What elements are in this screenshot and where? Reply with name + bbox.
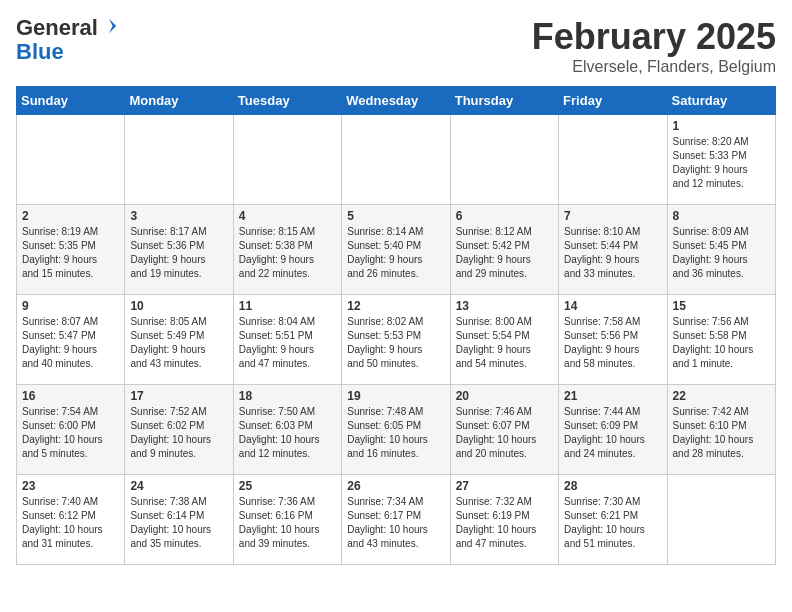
day-number: 18	[239, 389, 336, 403]
calendar-cell	[342, 115, 450, 205]
weekday-header-row: Sunday Monday Tuesday Wednesday Thursday…	[17, 87, 776, 115]
day-number: 8	[673, 209, 770, 223]
day-number: 13	[456, 299, 553, 313]
calendar-cell	[233, 115, 341, 205]
logo-icon	[100, 17, 118, 35]
day-number: 23	[22, 479, 119, 493]
calendar-cell: 18Sunrise: 7:50 AM Sunset: 6:03 PM Dayli…	[233, 385, 341, 475]
day-info: Sunrise: 8:17 AM Sunset: 5:36 PM Dayligh…	[130, 225, 227, 281]
calendar-cell: 3Sunrise: 8:17 AM Sunset: 5:36 PM Daylig…	[125, 205, 233, 295]
calendar-cell	[17, 115, 125, 205]
day-number: 10	[130, 299, 227, 313]
day-number: 20	[456, 389, 553, 403]
header-monday: Monday	[125, 87, 233, 115]
calendar-cell: 4Sunrise: 8:15 AM Sunset: 5:38 PM Daylig…	[233, 205, 341, 295]
day-info: Sunrise: 8:00 AM Sunset: 5:54 PM Dayligh…	[456, 315, 553, 371]
calendar-cell: 26Sunrise: 7:34 AM Sunset: 6:17 PM Dayli…	[342, 475, 450, 565]
day-info: Sunrise: 8:15 AM Sunset: 5:38 PM Dayligh…	[239, 225, 336, 281]
week-row-2: 9Sunrise: 8:07 AM Sunset: 5:47 PM Daylig…	[17, 295, 776, 385]
day-number: 3	[130, 209, 227, 223]
calendar-cell: 27Sunrise: 7:32 AM Sunset: 6:19 PM Dayli…	[450, 475, 558, 565]
day-number: 16	[22, 389, 119, 403]
calendar-cell: 2Sunrise: 8:19 AM Sunset: 5:35 PM Daylig…	[17, 205, 125, 295]
day-number: 12	[347, 299, 444, 313]
calendar-cell	[450, 115, 558, 205]
logo-general-text: General	[16, 15, 98, 40]
day-info: Sunrise: 7:36 AM Sunset: 6:16 PM Dayligh…	[239, 495, 336, 551]
day-number: 24	[130, 479, 227, 493]
svg-marker-0	[109, 19, 116, 33]
day-info: Sunrise: 8:07 AM Sunset: 5:47 PM Dayligh…	[22, 315, 119, 371]
calendar-cell: 22Sunrise: 7:42 AM Sunset: 6:10 PM Dayli…	[667, 385, 775, 475]
day-number: 11	[239, 299, 336, 313]
day-number: 14	[564, 299, 661, 313]
calendar-cell: 28Sunrise: 7:30 AM Sunset: 6:21 PM Dayli…	[559, 475, 667, 565]
day-info: Sunrise: 7:56 AM Sunset: 5:58 PM Dayligh…	[673, 315, 770, 371]
logo: General Blue	[16, 16, 118, 64]
day-info: Sunrise: 7:32 AM Sunset: 6:19 PM Dayligh…	[456, 495, 553, 551]
day-info: Sunrise: 7:38 AM Sunset: 6:14 PM Dayligh…	[130, 495, 227, 551]
calendar-cell: 24Sunrise: 7:38 AM Sunset: 6:14 PM Dayli…	[125, 475, 233, 565]
day-info: Sunrise: 7:48 AM Sunset: 6:05 PM Dayligh…	[347, 405, 444, 461]
logo-blue-text: Blue	[16, 39, 64, 64]
day-number: 17	[130, 389, 227, 403]
day-info: Sunrise: 7:54 AM Sunset: 6:00 PM Dayligh…	[22, 405, 119, 461]
week-row-4: 23Sunrise: 7:40 AM Sunset: 6:12 PM Dayli…	[17, 475, 776, 565]
calendar-cell: 15Sunrise: 7:56 AM Sunset: 5:58 PM Dayli…	[667, 295, 775, 385]
week-row-0: 1Sunrise: 8:20 AM Sunset: 5:33 PM Daylig…	[17, 115, 776, 205]
day-info: Sunrise: 8:02 AM Sunset: 5:53 PM Dayligh…	[347, 315, 444, 371]
calendar-cell: 25Sunrise: 7:36 AM Sunset: 6:16 PM Dayli…	[233, 475, 341, 565]
day-number: 4	[239, 209, 336, 223]
calendar-cell: 21Sunrise: 7:44 AM Sunset: 6:09 PM Dayli…	[559, 385, 667, 475]
day-number: 2	[22, 209, 119, 223]
day-info: Sunrise: 8:10 AM Sunset: 5:44 PM Dayligh…	[564, 225, 661, 281]
day-info: Sunrise: 8:19 AM Sunset: 5:35 PM Dayligh…	[22, 225, 119, 281]
calendar-cell: 16Sunrise: 7:54 AM Sunset: 6:00 PM Dayli…	[17, 385, 125, 475]
header-thursday: Thursday	[450, 87, 558, 115]
day-info: Sunrise: 7:30 AM Sunset: 6:21 PM Dayligh…	[564, 495, 661, 551]
day-number: 26	[347, 479, 444, 493]
day-info: Sunrise: 8:05 AM Sunset: 5:49 PM Dayligh…	[130, 315, 227, 371]
calendar-cell	[125, 115, 233, 205]
calendar-title: February 2025	[532, 16, 776, 58]
header-sunday: Sunday	[17, 87, 125, 115]
calendar-cell: 7Sunrise: 8:10 AM Sunset: 5:44 PM Daylig…	[559, 205, 667, 295]
day-number: 27	[456, 479, 553, 493]
day-info: Sunrise: 7:46 AM Sunset: 6:07 PM Dayligh…	[456, 405, 553, 461]
day-number: 28	[564, 479, 661, 493]
day-number: 19	[347, 389, 444, 403]
header-wednesday: Wednesday	[342, 87, 450, 115]
header-friday: Friday	[559, 87, 667, 115]
day-number: 1	[673, 119, 770, 133]
week-row-3: 16Sunrise: 7:54 AM Sunset: 6:00 PM Dayli…	[17, 385, 776, 475]
week-row-1: 2Sunrise: 8:19 AM Sunset: 5:35 PM Daylig…	[17, 205, 776, 295]
calendar-cell: 6Sunrise: 8:12 AM Sunset: 5:42 PM Daylig…	[450, 205, 558, 295]
day-number: 22	[673, 389, 770, 403]
calendar-subtitle: Elversele, Flanders, Belgium	[532, 58, 776, 76]
day-info: Sunrise: 7:44 AM Sunset: 6:09 PM Dayligh…	[564, 405, 661, 461]
day-number: 7	[564, 209, 661, 223]
header-tuesday: Tuesday	[233, 87, 341, 115]
day-info: Sunrise: 8:04 AM Sunset: 5:51 PM Dayligh…	[239, 315, 336, 371]
calendar-cell: 1Sunrise: 8:20 AM Sunset: 5:33 PM Daylig…	[667, 115, 775, 205]
calendar-cell	[667, 475, 775, 565]
calendar-cell: 11Sunrise: 8:04 AM Sunset: 5:51 PM Dayli…	[233, 295, 341, 385]
calendar-cell: 8Sunrise: 8:09 AM Sunset: 5:45 PM Daylig…	[667, 205, 775, 295]
day-info: Sunrise: 7:52 AM Sunset: 6:02 PM Dayligh…	[130, 405, 227, 461]
title-block: February 2025 Elversele, Flanders, Belgi…	[532, 16, 776, 76]
calendar-cell	[559, 115, 667, 205]
day-number: 5	[347, 209, 444, 223]
day-info: Sunrise: 7:50 AM Sunset: 6:03 PM Dayligh…	[239, 405, 336, 461]
day-info: Sunrise: 7:34 AM Sunset: 6:17 PM Dayligh…	[347, 495, 444, 551]
day-number: 21	[564, 389, 661, 403]
calendar-cell: 17Sunrise: 7:52 AM Sunset: 6:02 PM Dayli…	[125, 385, 233, 475]
day-info: Sunrise: 7:42 AM Sunset: 6:10 PM Dayligh…	[673, 405, 770, 461]
day-number: 25	[239, 479, 336, 493]
day-info: Sunrise: 8:20 AM Sunset: 5:33 PM Dayligh…	[673, 135, 770, 191]
day-number: 15	[673, 299, 770, 313]
day-info: Sunrise: 8:14 AM Sunset: 5:40 PM Dayligh…	[347, 225, 444, 281]
day-info: Sunrise: 8:09 AM Sunset: 5:45 PM Dayligh…	[673, 225, 770, 281]
day-info: Sunrise: 7:58 AM Sunset: 5:56 PM Dayligh…	[564, 315, 661, 371]
header-saturday: Saturday	[667, 87, 775, 115]
calendar-cell: 19Sunrise: 7:48 AM Sunset: 6:05 PM Dayli…	[342, 385, 450, 475]
